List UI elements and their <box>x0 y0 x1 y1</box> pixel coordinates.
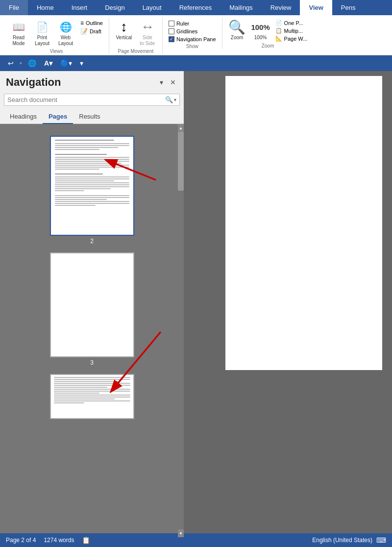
page-line <box>55 182 129 183</box>
nav-tabs: Headings Pages Results <box>0 110 184 124</box>
page-line <box>55 203 129 204</box>
page-thumb-3-container: 3 <box>4 252 180 366</box>
tab-review[interactable]: Review <box>262 0 300 15</box>
page-line <box>54 383 130 384</box>
zoom-icon: 🔍 <box>229 19 245 35</box>
tab-layout[interactable]: Layout <box>134 0 171 15</box>
draft-icon: 📝 <box>80 28 88 35</box>
tab-design[interactable]: Design <box>96 0 133 15</box>
nav-search-box[interactable]: 🔍 ▾ <box>4 94 180 106</box>
scrollbar-thumb[interactable] <box>178 132 184 191</box>
pages-wrapper: 2 3 <box>4 136 180 419</box>
page-line <box>55 140 115 141</box>
tab-references[interactable]: References <box>171 0 220 15</box>
outline-icon: ≡ <box>80 20 84 26</box>
scrollbar-down-button[interactable]: ▼ <box>178 529 184 537</box>
page-line <box>55 186 129 187</box>
views-buttons: 📖 ReadMode 📄 PrintLayout 🌐 WebLayout ≡ O… <box>8 18 105 48</box>
page-line <box>55 199 107 200</box>
search-icon: 🔍 <box>165 96 173 103</box>
draft-button[interactable]: 📝 Draft <box>78 27 105 35</box>
show-group: Ruler Gridlines ✓ Navigation Pane Show <box>163 17 222 49</box>
page-line <box>55 165 129 166</box>
page-line <box>55 188 111 189</box>
search-dropdown-icon[interactable]: ▾ <box>174 97 176 102</box>
page-thumb-3[interactable] <box>50 252 134 357</box>
navigation-pane-checkbox-icon: ✓ <box>169 36 174 42</box>
globe-button[interactable]: 🌐 <box>26 58 38 68</box>
tab-home[interactable]: Home <box>28 0 63 15</box>
zoom-percent-button[interactable]: 100% 100% <box>250 18 271 42</box>
zoom-group-label: Zoom <box>262 43 274 49</box>
document-page <box>225 76 382 370</box>
page-thumb-3-inner <box>51 253 133 356</box>
navigation-panel: Navigation ▾ ✕ 🔍 ▾ Headings Pages Result… <box>0 71 184 537</box>
page-line <box>55 167 129 168</box>
zoom-percent-icon: 100% <box>253 19 269 35</box>
multiple-pages-button[interactable]: 📋 Multip... <box>273 27 310 34</box>
tab-pages[interactable]: Pages <box>43 110 73 124</box>
read-mode-icon: 📖 <box>11 19 26 35</box>
page-line <box>54 379 130 380</box>
multiple-pages-icon: 📋 <box>275 27 282 34</box>
page-width-button[interactable]: 📐 Page W... <box>273 35 310 42</box>
one-page-button[interactable]: 📄 One P... <box>273 19 310 26</box>
gridlines-checkbox[interactable]: Gridlines <box>167 28 199 35</box>
zoom-label: Zoom <box>231 35 244 41</box>
web-layout-button[interactable]: 🌐 WebLayout <box>55 18 76 48</box>
tab-insert[interactable]: Insert <box>63 0 97 15</box>
outline-button[interactable]: ≡ Outline <box>78 19 105 27</box>
tab-pens[interactable]: Pens <box>332 0 365 15</box>
ruler-checkbox-icon <box>169 21 174 26</box>
nav-close-button[interactable]: ✕ <box>168 77 178 87</box>
page-thumb-2[interactable] <box>50 136 134 236</box>
zoom-button[interactable]: 🔍 Zoom <box>226 18 248 42</box>
page-line <box>55 178 129 179</box>
page-line <box>54 402 84 403</box>
page-2-lines <box>51 137 133 209</box>
side-to-side-button[interactable]: ↔ Sideto Side <box>137 18 158 48</box>
page-thumb-4[interactable] <box>50 374 134 419</box>
show-items: Ruler Gridlines ✓ Navigation Pane <box>167 18 218 43</box>
ruler-checkbox[interactable]: Ruler <box>167 20 191 27</box>
scrollbar-up-button[interactable]: ▲ <box>178 124 184 132</box>
ribbon-tabs-bar: File Home Insert Design Layout Reference… <box>0 0 392 15</box>
page-line <box>55 195 129 196</box>
qa-separator-1: • <box>20 59 22 67</box>
search-input[interactable] <box>7 96 163 103</box>
web-layout-icon: 🌐 <box>58 19 74 35</box>
ribbon-content: 📖 ReadMode 📄 PrintLayout 🌐 WebLayout ≡ O… <box>0 15 392 55</box>
vertical-icon: ↕ <box>116 19 132 35</box>
page-line <box>55 157 129 158</box>
side-to-side-icon: ↔ <box>140 19 155 35</box>
page-info[interactable]: Page 2 of 4 <box>6 537 36 544</box>
page-width-label: Page W... <box>284 36 308 42</box>
print-layout-button[interactable]: 📄 PrintLayout <box>31 18 53 48</box>
language[interactable]: English (United States) <box>312 537 372 544</box>
tab-mailings[interactable]: Mailings <box>220 0 262 15</box>
page-line <box>55 176 129 177</box>
tab-results[interactable]: Results <box>73 110 106 124</box>
font-color-button[interactable]: A▾ <box>42 58 54 68</box>
views-small-buttons: ≡ Outline 📝 Draft <box>78 18 105 35</box>
page-3-number: 3 <box>90 359 94 366</box>
read-mode-button[interactable]: 📖 ReadMode <box>8 18 29 48</box>
undo-button[interactable]: ↩ <box>6 58 16 68</box>
accessibility-icon: ⌨ <box>376 536 386 544</box>
tab-view[interactable]: View <box>300 0 332 15</box>
nav-dropdown-button[interactable]: ▾ <box>158 77 165 87</box>
vertical-button[interactable]: ↕ Vertical <box>113 18 135 42</box>
tab-file[interactable]: File <box>0 0 28 15</box>
page-width-icon: 📐 <box>275 35 282 42</box>
word-count[interactable]: 1274 words <box>44 537 74 544</box>
more-button[interactable]: ▾ <box>78 58 85 68</box>
tab-headings[interactable]: Headings <box>4 110 43 124</box>
show-group-label: Show <box>186 44 198 49</box>
page-line <box>55 174 103 174</box>
highlight-button[interactable]: 🔵▾ <box>58 58 74 68</box>
multiple-pages-label: Multip... <box>284 28 303 34</box>
spacer <box>55 256 129 271</box>
gridlines-checkbox-icon <box>169 28 174 34</box>
navigation-pane-checkbox[interactable]: ✓ Navigation Pane <box>167 36 218 43</box>
page-line <box>54 385 130 386</box>
